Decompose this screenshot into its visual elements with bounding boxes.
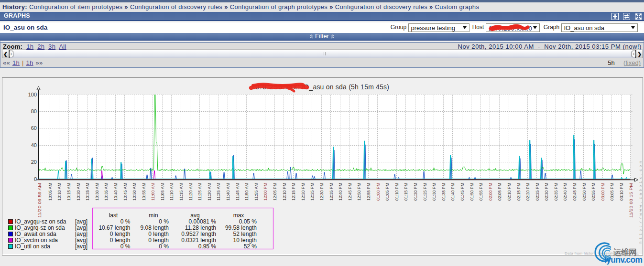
svg-text:0.95 %: 0.95 % — [198, 243, 217, 250]
svg-text:11:55 AM: 11:55 AM — [253, 183, 259, 201]
svg-text:10:30 AM: 10:30 AM — [94, 183, 99, 201]
svg-text:0 %: 0 % — [120, 218, 131, 225]
svg-text:02:35 PM: 02:35 PM — [553, 183, 558, 201]
svg-text:max: max — [233, 212, 244, 219]
svg-text:11/20 09:59 AM: 11/20 09:59 AM — [37, 183, 42, 218]
svg-text:[avg]: [avg] — [75, 231, 87, 237]
svg-text:12:00 PM: 12:00 PM — [262, 183, 268, 201]
svg-text:0 length: 0 length — [110, 231, 131, 237]
svg-text:10:55 AM: 10:55 AM — [141, 183, 146, 201]
svg-text:12:40 PM: 12:40 PM — [338, 183, 343, 201]
svg-text:[avg]: [avg] — [75, 237, 87, 244]
svg-text:11:30 AM: 11:30 AM — [207, 183, 212, 201]
svg-text:11:15 AM: 11:15 AM — [178, 183, 184, 201]
svg-text:9.08 length: 9.08 length — [141, 224, 169, 231]
svg-text:52 %: 52 % — [244, 243, 257, 250]
svg-text:11:25 AM: 11:25 AM — [197, 183, 202, 201]
svg-text:0 %: 0 % — [159, 218, 169, 225]
svg-text:IO_await on sda: IO_await on sda — [15, 231, 56, 237]
svg-text:0 %: 0 % — [159, 243, 169, 250]
svg-text:60: 60 — [31, 125, 37, 131]
svg-text:02:55 PM: 02:55 PM — [590, 183, 596, 201]
svg-text:02:40 PM: 02:40 PM — [562, 183, 568, 201]
svg-text:12:25 PM: 12:25 PM — [309, 183, 315, 201]
svg-text:11:20 AM: 11:20 AM — [188, 183, 193, 201]
svg-text:11:35 AM: 11:35 AM — [216, 183, 221, 201]
svg-text:0: 0 — [34, 176, 37, 182]
svg-text:11:00 AM: 11:00 AM — [150, 183, 155, 201]
svg-text:20: 20 — [31, 159, 37, 165]
svg-text:0 length: 0 length — [148, 237, 169, 244]
svg-text:99.58 length: 99.58 length — [225, 224, 257, 231]
svg-text:10:20 AM: 10:20 AM — [76, 183, 81, 201]
svg-text:12:15 PM: 12:15 PM — [291, 183, 296, 201]
svg-text:02:30 PM: 02:30 PM — [544, 183, 549, 201]
svg-text:40: 40 — [31, 142, 37, 148]
svg-text:01:25 PM: 01:25 PM — [422, 183, 427, 201]
svg-text:12:05 PM: 12:05 PM — [272, 183, 277, 201]
svg-text:03:10 PM: 03:10 PM — [619, 183, 624, 201]
svg-text:01:35 PM: 01:35 PM — [441, 183, 446, 201]
svg-text:IO_avgrq-sz on sda: IO_avgrq-sz on sda — [15, 224, 65, 231]
svg-text:10:05 AM: 10:05 AM — [47, 183, 53, 201]
svg-text:02:15 PM: 02:15 PM — [516, 183, 521, 201]
svg-text:01:05 PM: 01:05 PM — [384, 183, 390, 201]
svg-text:01:10 PM: 01:10 PM — [394, 183, 399, 201]
svg-text:12:20 PM: 12:20 PM — [300, 183, 306, 201]
svg-text:11:40 AM: 11:40 AM — [225, 183, 230, 201]
svg-text:[avg]: [avg] — [75, 218, 87, 225]
svg-text:01:40 PM: 01:40 PM — [450, 183, 455, 201]
svg-text:0 %: 0 % — [120, 243, 131, 250]
svg-text:03:05 PM: 03:05 PM — [609, 183, 614, 201]
svg-text:11.28 length: 11.28 length — [185, 224, 216, 231]
svg-text:01:45 PM: 01:45 PM — [459, 183, 465, 201]
svg-text:01:30 PM: 01:30 PM — [431, 183, 437, 201]
svg-text:12:35 PM: 12:35 PM — [328, 183, 334, 201]
svg-text:: IO_asu on sda (5h 15m 45s): : IO_asu on sda (5h 15m 45s) — [298, 83, 389, 91]
svg-text:02:25 PM: 02:25 PM — [535, 183, 540, 201]
svg-text:10.67 length: 10.67 length — [98, 224, 130, 231]
svg-text:01:20 PM: 01:20 PM — [413, 183, 418, 201]
svg-text:10:45 AM: 10:45 AM — [122, 183, 128, 201]
svg-text:02:00 PM: 02:00 PM — [488, 183, 493, 201]
svg-text:11:10 AM: 11:10 AM — [169, 183, 174, 201]
svg-text:12:30 PM: 12:30 PM — [319, 183, 324, 201]
svg-text:11:05 AM: 11:05 AM — [160, 183, 165, 201]
svg-text:02:50 PM: 02:50 PM — [581, 183, 587, 201]
svg-text:IO_util on sda: IO_util on sda — [15, 243, 50, 250]
svg-text:last: last — [109, 212, 118, 219]
svg-text:[avg]: [avg] — [75, 243, 87, 250]
svg-text:01:55 PM: 01:55 PM — [478, 183, 483, 201]
svg-text:http://www.zabbix.com: http://www.zabbix.com — [638, 160, 643, 244]
svg-text:12:10 PM: 12:10 PM — [282, 183, 287, 201]
svg-text:[avg]: [avg] — [75, 224, 87, 231]
svg-text:01:00 PM: 01:00 PM — [375, 183, 381, 201]
svg-text:02:10 PM: 02:10 PM — [506, 183, 512, 201]
svg-text:80: 80 — [31, 108, 37, 114]
svg-text:0 length: 0 length — [110, 237, 131, 244]
svg-text:02:45 PM: 02:45 PM — [572, 183, 577, 201]
svg-text:10:25 AM: 10:25 AM — [85, 183, 90, 201]
svg-text:min: min — [149, 212, 158, 219]
svg-text:52 length: 52 length — [233, 231, 257, 237]
svg-text:0.9527 length: 0.9527 length — [181, 231, 216, 237]
svg-text:0.0321 length: 0.0321 length — [181, 237, 216, 244]
svg-text:11:45 AM: 11:45 AM — [235, 183, 240, 201]
svg-text:10:35 AM: 10:35 AM — [103, 183, 109, 201]
svg-text:0.00081 %: 0.00081 % — [189, 218, 217, 225]
svg-text:12:45 PM: 12:45 PM — [347, 183, 352, 201]
svg-text:IO_svctm on sda: IO_svctm on sda — [15, 237, 58, 244]
svg-text:0 length: 0 length — [148, 231, 169, 237]
svg-text:avg: avg — [190, 212, 199, 219]
svg-text:01:15 PM: 01:15 PM — [403, 183, 408, 201]
svg-text:100: 100 — [28, 92, 37, 97]
svg-text:02:20 PM: 02:20 PM — [525, 183, 530, 201]
svg-text:10 length: 10 length — [233, 237, 257, 244]
svg-text:11:50 AM: 11:50 AM — [244, 183, 249, 201]
svg-text:0.05 %: 0.05 % — [239, 218, 257, 225]
svg-text:12:55 PM: 12:55 PM — [366, 183, 371, 201]
svg-text:iyunv.com: iyunv.com — [604, 255, 643, 265]
svg-text:03:00 PM: 03:00 PM — [600, 183, 605, 201]
svg-text:12:50 PM: 12:50 PM — [356, 183, 361, 201]
svg-text:10:10 AM: 10:10 AM — [56, 183, 62, 201]
